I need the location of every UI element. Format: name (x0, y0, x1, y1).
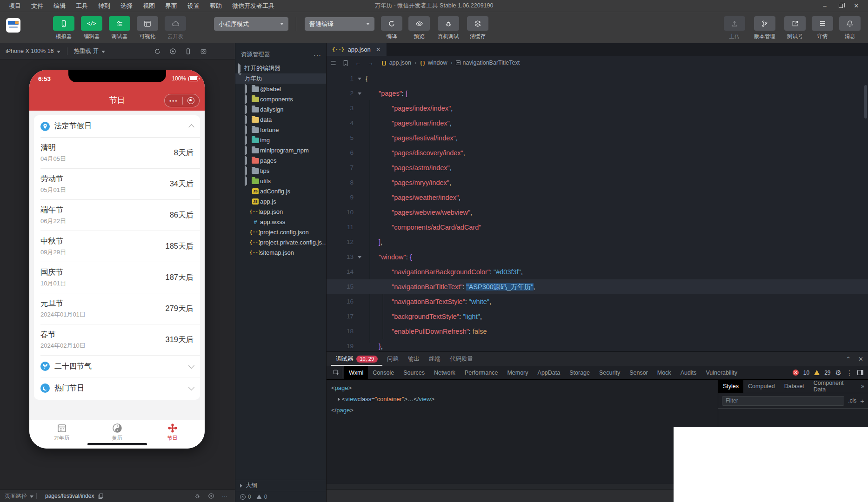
editor-toggle-button[interactable]: </> 编辑器 (79, 16, 104, 40)
tree-item[interactable]: pages (235, 155, 326, 165)
devtools-tab-security[interactable]: Security (594, 366, 625, 379)
refresh-icon[interactable] (154, 48, 161, 55)
upload-button[interactable]: 上传 (723, 16, 746, 40)
copy-icon[interactable] (98, 493, 104, 499)
breadcrumb-file[interactable]: {}app.json (381, 59, 411, 66)
holiday-row[interactable]: 端午节06月22日86天后 (40, 199, 200, 231)
styles-tab-computed[interactable]: Computed (743, 380, 780, 393)
code-line[interactable]: 14"navigationBarBackgroundColor": "#d03f… (327, 264, 868, 279)
devtools-tab-sources[interactable]: Sources (399, 366, 429, 379)
holiday-row[interactable]: 中秋节09月29日185天后 (40, 231, 200, 262)
code-line[interactable]: 17"backgroundTextStyle": "light", (327, 309, 868, 324)
tree-item[interactable]: tips (235, 165, 326, 176)
tree-item[interactable]: fortune (235, 125, 326, 135)
section-solar-terms[interactable]: 二十四节气 (40, 355, 200, 377)
tree-item[interactable]: @babel (235, 84, 326, 94)
menu-item[interactable]: 帮助 (206, 1, 226, 11)
close-tab-icon[interactable]: ✕ (376, 46, 381, 53)
problems-counts[interactable]: 0 0 (235, 491, 326, 502)
collapse-panel-icon[interactable]: ⌃ (846, 356, 851, 363)
visualization-toggle-button[interactable]: 可视化 (135, 16, 160, 40)
messages-button[interactable]: 消息 (838, 16, 861, 40)
hot-reload-toggle[interactable]: 热重载 开 (74, 47, 99, 55)
kebab-menu-icon[interactable]: ⋮ (846, 369, 853, 376)
code-line[interactable]: 13"window": { (327, 250, 868, 264)
code-line[interactable]: 6"pages/discovery/index", (327, 145, 868, 160)
tree-item[interactable]: 打开的编辑器 (235, 63, 326, 73)
code-editor[interactable]: 1{2"pages": [3"pages/index/index",4"page… (327, 69, 868, 351)
code-line[interactable]: 9"pages/weather/index", (327, 190, 868, 205)
devtools-tab-console[interactable]: Console (368, 366, 399, 379)
preview-button[interactable]: 预览 (407, 16, 432, 40)
menu-item[interactable]: 编辑 (49, 1, 70, 11)
screenshot-icon[interactable] (200, 48, 207, 55)
wxml-node[interactable]: <view class="container">…</view> (331, 394, 718, 405)
tree-item[interactable]: {··}app.json (235, 206, 326, 217)
device-debug-button[interactable]: 真机调试 (434, 16, 463, 40)
styles-tab-component-data[interactable]: Component Data (809, 380, 861, 393)
test-account-button[interactable]: 测试号 (783, 16, 807, 40)
menu-item[interactable]: 转到 (94, 1, 114, 11)
code-line[interactable]: 16"navigationBarTextStyle": "white", (327, 294, 868, 309)
devtools-tab-audits[interactable]: Audits (676, 366, 701, 379)
code-line[interactable]: 2"pages": [ (327, 86, 868, 101)
eye-circle-icon[interactable] (208, 493, 214, 499)
tree-item[interactable]: JSapp.js (235, 196, 326, 206)
tab-terminal[interactable]: 终端 (424, 352, 445, 366)
wxml-node[interactable]: <page> (331, 383, 718, 394)
devtools-tab-memory[interactable]: Memory (502, 366, 533, 379)
breadcrumb-node[interactable]: {}window (420, 59, 447, 66)
more-dots-icon[interactable]: ●●● (169, 99, 178, 102)
dock-side-icon[interactable] (857, 370, 863, 375)
code-line[interactable]: 11"components/adCard/adCard" (327, 220, 868, 235)
menu-item[interactable]: 设置 (183, 1, 204, 11)
breadcrumb-prop[interactable]: navigationBarTitleText (456, 59, 520, 66)
wxml-node[interactable]: </page> (331, 405, 718, 416)
device-select[interactable]: iPhone X 100% 16 (6, 48, 54, 54)
horizontal-scrollbar[interactable] (327, 484, 718, 489)
forward-arrow-icon[interactable]: → (367, 59, 374, 66)
holiday-row[interactable]: 清明04月05日8天后 (40, 137, 200, 168)
menu-item[interactable]: 项目 (5, 1, 25, 11)
code-line[interactable]: 19}, (327, 339, 868, 351)
clear-cache-button[interactable]: 清缓存 (465, 16, 490, 40)
tree-item[interactable]: data (235, 114, 326, 125)
simulator-toggle-button[interactable]: 模拟器 (51, 16, 76, 40)
devtools-tab-performance[interactable]: Performance (460, 366, 503, 379)
inspect-element-icon[interactable] (330, 368, 342, 378)
devtools-tab-vulnerability[interactable]: Vulnerability (701, 366, 742, 379)
explorer-more-icon[interactable]: ··· (314, 51, 321, 59)
menu-item[interactable]: 界面 (161, 1, 181, 11)
code-line[interactable]: 8"pages/mryy/index", (327, 175, 868, 190)
menu-item[interactable]: 视图 (139, 1, 159, 11)
more-dots-icon[interactable]: ··· (222, 493, 227, 499)
tree-item[interactable]: {··}project.private.config.js… (235, 237, 326, 247)
menu-item[interactable]: 文件 (27, 1, 47, 11)
details-button[interactable]: 详情 (811, 16, 834, 40)
version-control-button[interactable]: 版本管理 (750, 16, 779, 40)
restore-button[interactable] (835, 1, 847, 11)
devtools-tab-storage[interactable]: Storage (565, 366, 594, 379)
outline-section[interactable]: 大纲 (235, 480, 326, 491)
tab-debugger[interactable]: 调试器 10, 29 (331, 352, 382, 366)
styles-tab-styles[interactable]: Styles (718, 380, 743, 393)
tree-item[interactable]: dailysign (235, 104, 326, 114)
tab-output[interactable]: 输出 (403, 352, 424, 366)
devtools-tab-network[interactable]: Network (429, 366, 460, 379)
page-path-label[interactable]: 页面路径 (5, 492, 27, 500)
style-filter-input[interactable] (722, 396, 844, 406)
wxml-tree[interactable]: <page><view class="container">…</view></… (327, 380, 718, 489)
holiday-row[interactable]: 国庆节10月01日187天后 (40, 262, 200, 293)
user-avatar[interactable] (6, 18, 20, 33)
tree-item[interactable]: utils (235, 176, 326, 186)
minimize-button[interactable]: – (819, 1, 831, 11)
tab-calendar[interactable]: 万年历 (34, 423, 89, 449)
devtools-tab-appdata[interactable]: AppData (533, 366, 565, 379)
list-icon[interactable] (330, 60, 336, 66)
tree-item[interactable]: img (235, 135, 326, 145)
section-popular-festivals[interactable]: 热门节日 (40, 377, 200, 399)
capsule-close-icon[interactable] (187, 97, 194, 104)
code-line[interactable]: 18"enablePullDownRefresh": false (327, 324, 868, 339)
code-line[interactable]: 4"pages/lunar/index", (327, 116, 868, 131)
menu-item[interactable]: 微信开发者工具 (228, 1, 279, 11)
